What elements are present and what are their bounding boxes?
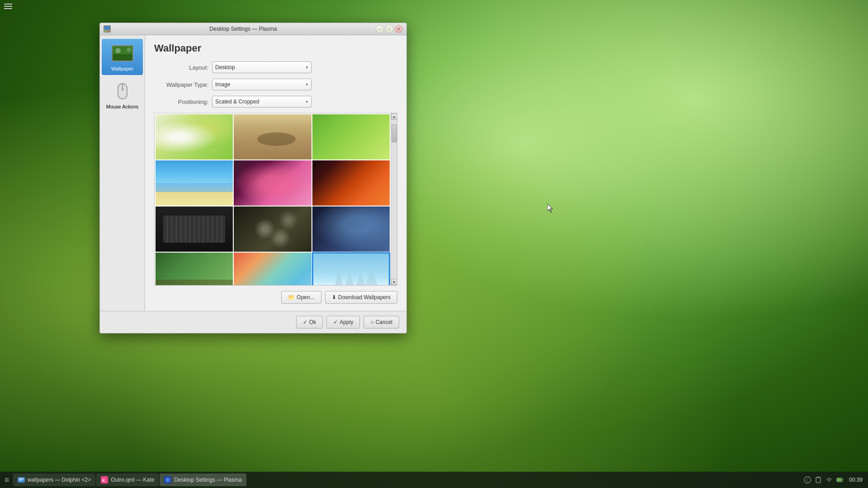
- svg-text:K: K: [102, 478, 105, 483]
- maximize-button[interactable]: □: [385, 25, 393, 33]
- window-icon-svg: [104, 26, 110, 32]
- sidebar: Wallpaper Mouse Actions: [100, 35, 145, 311]
- svg-rect-19: [817, 477, 820, 478]
- wallpaper-thumb-11[interactable]: [234, 253, 311, 285]
- wallpaper-grid: [155, 113, 391, 285]
- scroll-up-button[interactable]: ▲: [391, 113, 397, 120]
- wallpaper-type-select-wrapper: Image Slideshow Color: [212, 79, 311, 90]
- svg-point-6: [127, 47, 131, 52]
- svg-point-5: [115, 48, 121, 53]
- dialog-body: Wallpaper Mouse Actions Wallpaper Layout…: [100, 35, 406, 311]
- wallpaper-grid-container: ▲ ▼: [154, 113, 397, 286]
- svg-rect-21: [842, 479, 843, 481]
- layout-row: Layout: Desktop: [154, 61, 397, 73]
- taskbar-menu-icon: ≡: [5, 475, 9, 485]
- positioning-label: Positioning:: [154, 99, 208, 105]
- scrollbar-track[interactable]: [391, 120, 397, 279]
- action-row: 📁 Open... ⬇ Download Wallpapers: [154, 291, 397, 304]
- wallpaper-thumb-9[interactable]: [312, 206, 390, 252]
- mouse-icon-svg: [117, 83, 128, 100]
- ok-check-icon: ✓: [303, 319, 307, 325]
- clipboard-tray-icon: [815, 476, 822, 483]
- taskbar-plasma[interactable]: Desktop Settings — Plasma: [160, 474, 246, 486]
- sidebar-item-mouse-actions[interactable]: Mouse Actions: [102, 77, 143, 113]
- svg-rect-9: [122, 87, 123, 91]
- wallpaper-type-row: Wallpaper Type: Image Slideshow Color: [154, 79, 397, 90]
- titlebar: Desktop Settings — Plasma ─ □ ✕: [100, 23, 406, 35]
- wifi-tray-icon: [826, 476, 833, 483]
- svg-rect-1: [104, 30, 107, 32]
- wallpaper-thumb-4[interactable]: [156, 160, 233, 206]
- wallpaper-preview-svg: [113, 46, 133, 61]
- open-button[interactable]: 📁 Open...: [281, 291, 321, 304]
- wallpaper-thumb-8[interactable]: [234, 206, 311, 252]
- apply-check-icon: ✓: [333, 319, 338, 325]
- wallpaper-thumb-7[interactable]: [156, 206, 233, 252]
- wallpaper-thumb-10[interactable]: [156, 253, 233, 285]
- desktop-settings-dialog: Desktop Settings — Plasma ─ □ ✕: [99, 23, 407, 333]
- layout-label: Layout:: [154, 64, 208, 71]
- window-title: Desktop Settings — Plasma: [113, 26, 374, 32]
- positioning-select[interactable]: Scaled & Cropped Scaled Cropped Centered…: [212, 96, 311, 108]
- window-controls: ─ □ ✕: [376, 25, 403, 33]
- sidebar-wallpaper-label: Wallpaper: [111, 66, 133, 71]
- wallpaper-thumb-1[interactable]: [156, 114, 233, 160]
- taskbar-app-menu[interactable]: ≡: [2, 474, 12, 486]
- open-folder-icon: 📁: [288, 294, 295, 300]
- page-title: Wallpaper: [154, 42, 397, 54]
- app-menu-button[interactable]: [0, 0, 16, 13]
- wallpaper-thumb-3[interactable]: [312, 114, 390, 160]
- wallpaper-thumb-5[interactable]: [234, 160, 311, 206]
- minimize-button[interactable]: ─: [376, 25, 384, 33]
- ok-button[interactable]: ✓ Ok: [296, 316, 323, 328]
- svg-point-15: [167, 479, 169, 481]
- wallpaper-scrollbar: ▲ ▼: [391, 113, 397, 285]
- kate-icon: K: [101, 476, 108, 483]
- cancel-button[interactable]: ○ Cancel: [363, 316, 399, 328]
- svg-rect-22: [837, 479, 841, 481]
- battery-tray-icon: [836, 476, 844, 483]
- layout-select[interactable]: Desktop: [212, 61, 311, 73]
- download-wallpapers-button[interactable]: ⬇ Download Wallpapers: [325, 291, 397, 304]
- wallpaper-type-label: Wallpaper Type:: [154, 81, 208, 88]
- window-icon: [104, 25, 111, 33]
- download-icon: ⬇: [332, 294, 336, 300]
- layout-select-wrapper: Desktop: [212, 61, 311, 73]
- main-content: Wallpaper Layout: Desktop Wallpaper Type…: [145, 35, 406, 311]
- dolphin-icon: [18, 476, 25, 483]
- svg-text:i: i: [807, 478, 807, 483]
- plasma-icon: [164, 476, 171, 483]
- cancel-icon: ○: [370, 319, 373, 325]
- svg-rect-2: [108, 30, 110, 32]
- dialog-footer: ✓ Ok ✓ Apply ○ Cancel: [100, 311, 406, 333]
- close-button[interactable]: ✕: [395, 25, 403, 33]
- scrollbar-thumb[interactable]: [392, 124, 397, 142]
- wallpaper-thumb-12[interactable]: [312, 253, 390, 285]
- positioning-row: Positioning: Scaled & Cropped Scaled Cro…: [154, 96, 397, 108]
- info-tray-icon: i: [804, 476, 811, 483]
- hamburger-icon: [4, 4, 12, 9]
- clock: 00:39: [847, 477, 863, 483]
- taskbar-dolphin[interactable]: wallpapers — Dolphin <2>: [13, 474, 96, 486]
- svg-rect-4: [113, 54, 133, 61]
- wallpaper-icon: [112, 42, 133, 64]
- svg-rect-0: [104, 26, 110, 30]
- wallpaper-type-select[interactable]: Image Slideshow Color: [212, 79, 311, 90]
- sidebar-item-wallpaper[interactable]: Wallpaper: [102, 39, 143, 75]
- apply-button[interactable]: ✓ Apply: [326, 316, 360, 328]
- positioning-select-wrapper: Scaled & Cropped Scaled Cropped Centered…: [212, 96, 311, 108]
- taskbar-tray: i 00:39: [800, 476, 866, 483]
- wallpaper-thumb-6[interactable]: [312, 160, 390, 206]
- svg-rect-10: [18, 477, 25, 483]
- taskbar-kate[interactable]: K Outro.qml — Kate: [96, 474, 159, 486]
- mouse-actions-icon-container: [112, 80, 133, 102]
- scroll-down-button[interactable]: ▼: [391, 279, 397, 285]
- taskbar: ≡ wallpapers — Dolphin <2> K Outro.qml —…: [0, 472, 868, 488]
- wallpaper-thumb-2[interactable]: [234, 114, 311, 160]
- sidebar-mouse-label: Mouse Actions: [106, 104, 139, 109]
